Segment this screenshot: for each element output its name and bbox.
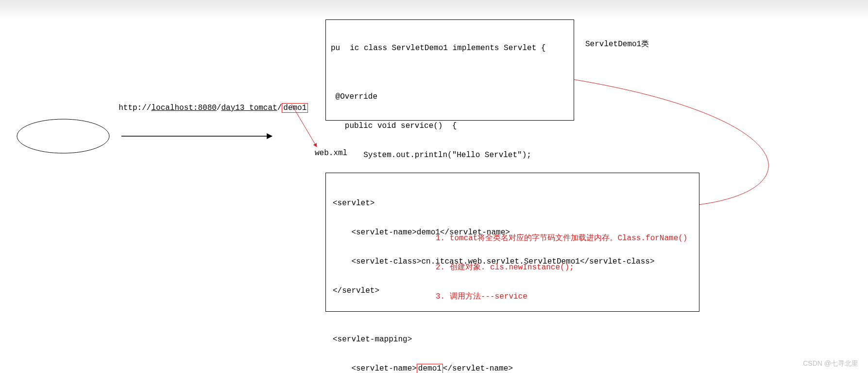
note-2: 2. 创建对象. cls.newInstance();: [436, 263, 687, 272]
xml-l7: <servlet-name>demo1</servlet-name>: [333, 364, 692, 373]
url-line: http://localhost:8080/day13_tomcat/demo1: [109, 95, 308, 112]
webxml-label: web.xml: [315, 149, 347, 158]
code-box: puic class ServletDemo1 implements Servl…: [325, 19, 574, 121]
note-1: 1. tomcat将全类名对应的字节码文件加载进内存。Class.forName…: [436, 233, 687, 243]
xml-l6: <servlet-mapping>: [333, 335, 692, 344]
url-demo1: demo1: [282, 103, 308, 113]
url-prefix: http://: [119, 104, 151, 112]
code-line-4: public void service() {: [331, 121, 569, 131]
url-path1: day13_tomcat: [221, 104, 277, 112]
xml-l1: <servlet>: [333, 198, 692, 208]
client-ellipse: [17, 119, 109, 153]
url-slash1: /: [217, 104, 221, 112]
url-slash2: /: [277, 104, 282, 112]
code-line-1: puic class ServletDemo1 implements Servl…: [331, 43, 569, 53]
watermark: CSDN @七寻北里: [803, 359, 858, 368]
class-label: ServletDemo1类: [585, 39, 649, 49]
note-3: 3. 调用方法---service: [436, 292, 687, 302]
url-host: localhost:8080: [151, 104, 216, 112]
code-line-3: @Override: [331, 92, 569, 102]
notes-block: 1. tomcat将全类名对应的字节码文件加载进内存。Class.forName…: [436, 214, 687, 311]
code-line-5: System.out.println("Hello Servlet");: [331, 150, 569, 160]
